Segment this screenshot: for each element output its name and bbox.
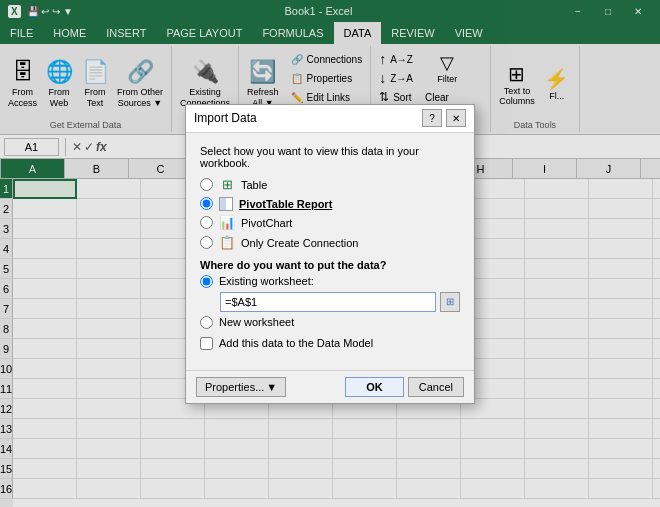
dialog-footer: Properties... ▼ OK Cancel — [186, 370, 474, 403]
dialog-title: Import Data — [194, 111, 422, 125]
radio-new-worksheet[interactable] — [200, 316, 213, 329]
radio-option-existing-worksheet: Existing worksheet: — [200, 275, 460, 288]
pivot-table-label[interactable]: PivotTable Report — [239, 198, 332, 210]
pivot-chart-label[interactable]: PivotChart — [241, 217, 292, 229]
ok-button[interactable]: OK — [345, 377, 404, 397]
radio-only-connection[interactable] — [200, 236, 213, 249]
dialog-title-controls: ? ✕ — [422, 109, 466, 127]
table-icon: ⊞ — [219, 177, 235, 193]
cancel-button[interactable]: Cancel — [408, 377, 464, 397]
location-picker-button[interactable]: ⊞ — [440, 292, 460, 312]
radio-option-new-worksheet: New worksheet — [200, 316, 460, 329]
existing-worksheet-label[interactable]: Existing worksheet: — [219, 275, 314, 287]
location-input[interactable] — [220, 292, 436, 312]
dialog-overlay: Import Data ? ✕ Select how you want to v… — [0, 0, 660, 507]
radio-option-connection: 📋 Only Create Connection — [200, 235, 460, 251]
data-model-checkbox[interactable] — [200, 337, 213, 350]
location-section-label: Where do you want to put the data? — [200, 259, 460, 271]
connection-label[interactable]: Only Create Connection — [241, 237, 358, 249]
data-model-checkbox-row: Add this data to the Data Model — [200, 337, 460, 350]
import-data-dialog: Import Data ? ✕ Select how you want to v… — [185, 104, 475, 404]
radio-existing-worksheet[interactable] — [200, 275, 213, 288]
radio-table[interactable] — [200, 178, 213, 191]
chart-icon: 📊 — [219, 215, 235, 231]
radio-pivot-table[interactable] — [200, 197, 213, 210]
connection-icon: 📋 — [219, 235, 235, 251]
location-input-row: ⊞ — [220, 292, 460, 312]
radio-option-table: ⊞ Table — [200, 177, 460, 193]
location-picker-icon: ⊞ — [446, 296, 454, 307]
pivot-icon — [219, 197, 233, 211]
dialog-title-bar: Import Data ? ✕ — [186, 105, 474, 133]
dialog-close-button[interactable]: ✕ — [446, 109, 466, 127]
new-worksheet-label[interactable]: New worksheet — [219, 316, 294, 328]
table-label[interactable]: Table — [241, 179, 267, 191]
radio-option-pivot-table: PivotTable Report — [200, 197, 460, 211]
dialog-description: Select how you want to view this data in… — [200, 145, 460, 169]
radio-option-pivot-chart: 📊 PivotChart — [200, 215, 460, 231]
radio-pivot-chart[interactable] — [200, 216, 213, 229]
properties-button[interactable]: Properties... ▼ — [196, 377, 286, 397]
properties-arrow-icon: ▼ — [266, 381, 277, 393]
dialog-help-button[interactable]: ? — [422, 109, 442, 127]
data-model-label[interactable]: Add this data to the Data Model — [219, 337, 373, 349]
dialog-body: Select how you want to view this data in… — [186, 133, 474, 370]
properties-label: Properties... — [205, 381, 264, 393]
